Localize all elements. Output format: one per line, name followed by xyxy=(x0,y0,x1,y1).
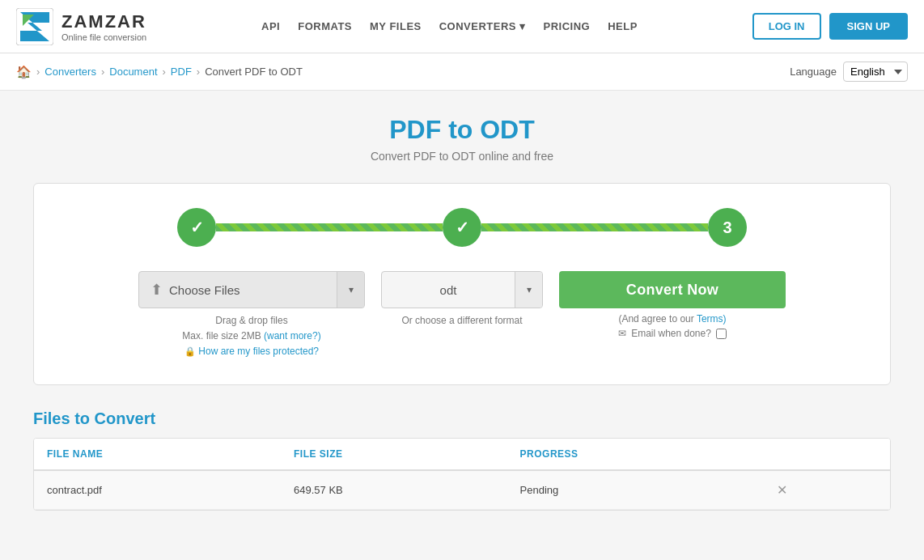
page-title: PDF to ODT xyxy=(33,115,891,145)
step-2-circle: ✓ xyxy=(443,208,481,247)
page-title-section: PDF to ODT Convert PDF to ODT online and… xyxy=(33,115,891,163)
format-group: odt ▾ Or choose a different format xyxy=(381,271,543,329)
main-nav: API FORMATS MY FILES CONVERTERS ▾ PRICIN… xyxy=(261,20,638,32)
step-1-check: ✓ xyxy=(190,218,204,237)
language-select[interactable]: English Español Français Deutsch xyxy=(843,62,908,82)
main-content: PDF to ODT Convert PDF to ODT online and… xyxy=(17,91,907,535)
breadcrumb: 🏠 › Converters › Document › PDF › Conver… xyxy=(16,65,303,79)
steps-bar: ✓ ✓ 3 xyxy=(66,208,858,247)
chevron-down-icon: ▾ xyxy=(349,284,354,295)
terms-text: (And agree to our Terms) xyxy=(618,313,726,325)
email-row: ✉ Email when done? xyxy=(618,328,727,339)
email-checkbox[interactable] xyxy=(716,329,727,339)
table-header-row: FILE NAME FILE SIZE PROGRESS xyxy=(34,439,890,470)
drag-drop-text: Drag & drop files xyxy=(215,315,287,326)
signup-button[interactable]: SIGN UP xyxy=(829,13,908,40)
nav-actions: LOG IN SIGN UP xyxy=(752,13,908,40)
col-progress: PROGRESS xyxy=(507,439,761,470)
files-section: Files to Convert FILE NAME FILE SIZE PRO… xyxy=(33,409,891,511)
language-label: Language xyxy=(790,66,837,78)
col-filesize: FILE SIZE xyxy=(281,439,507,470)
breadcrumb-document[interactable]: Document xyxy=(109,66,157,78)
chevron-down-icon: ▾ xyxy=(527,284,532,295)
choose-files-group: ⬆ Choose Files ▾ Drag & drop files Max. … xyxy=(138,271,365,360)
step-3-circle: 3 xyxy=(708,208,747,247)
col-filename: FILE NAME xyxy=(34,439,281,470)
nav-formats[interactable]: FORMATS xyxy=(298,20,352,32)
terms-prefix: (And agree to our xyxy=(618,313,693,325)
nav-my-files[interactable]: MY FILES xyxy=(370,20,422,32)
max-size-text: Max. file size 2MB xyxy=(182,330,261,342)
home-icon[interactable]: 🏠 xyxy=(16,65,32,79)
file-progress: Pending xyxy=(507,470,761,510)
files-title-highlight: Convert xyxy=(95,409,156,427)
step-line-1 xyxy=(216,223,443,231)
nav-pricing[interactable]: PRICING xyxy=(544,20,591,32)
breadcrumb-current: Convert PDF to ODT xyxy=(205,66,303,78)
header: ZAMZAR Online file conversion API FORMAT… xyxy=(0,0,924,53)
file-size: 649.57 KB xyxy=(281,470,507,510)
login-button[interactable]: LOG IN xyxy=(752,13,821,40)
convert-group: Convert Now (And agree to our Terms) ✉ E… xyxy=(559,271,786,339)
file-remove-button[interactable]: ✕ xyxy=(774,482,790,498)
logo[interactable]: ZAMZAR Online file conversion xyxy=(16,8,146,45)
breadcrumb-pdf[interactable]: PDF xyxy=(171,66,192,78)
zamzar-logo-icon xyxy=(16,8,53,45)
breadcrumb-converters[interactable]: Converters xyxy=(45,66,96,78)
format-helper: Or choose a different format xyxy=(401,313,522,329)
files-table-wrap: FILE NAME FILE SIZE PROGRESS contract.pd… xyxy=(33,438,891,511)
terms-link[interactable]: Terms) xyxy=(697,313,727,325)
site-name: ZAMZAR xyxy=(61,11,146,32)
email-icon: ✉ xyxy=(618,328,626,339)
nav-help[interactable]: HELP xyxy=(608,20,638,32)
choose-files-helper: Drag & drop files Max. file size 2MB (wa… xyxy=(182,313,320,360)
converter-box: ✓ ✓ 3 ⬆ Choose Files ▾ xyxy=(33,183,891,385)
files-section-title: Files to Convert xyxy=(33,409,891,428)
converter-controls: ⬆ Choose Files ▾ Drag & drop files Max. … xyxy=(66,271,858,360)
choose-files-button[interactable]: ⬆ Choose Files ▾ xyxy=(138,271,365,308)
step-3-number: 3 xyxy=(723,218,731,237)
email-label: Email when done? xyxy=(631,328,711,339)
logo-text: ZAMZAR Online file conversion xyxy=(61,11,146,42)
breadcrumb-bar: 🏠 › Converters › Document › PDF › Conver… xyxy=(0,53,924,91)
table-row: contract.pdf 649.57 KB Pending ✕ xyxy=(34,470,890,510)
want-more-link[interactable]: (want more?) xyxy=(264,330,321,342)
lock-icon: 🔒 xyxy=(184,346,196,356)
step-1-circle: ✓ xyxy=(177,208,216,247)
file-protection-link[interactable]: How are my files protected? xyxy=(198,346,319,357)
choose-files-dropdown[interactable]: ▾ xyxy=(337,272,364,308)
nav-api[interactable]: API xyxy=(261,20,280,32)
convert-now-button[interactable]: Convert Now xyxy=(559,271,786,308)
format-select[interactable]: odt ▾ xyxy=(381,271,543,308)
files-title-plain: Files to xyxy=(33,409,95,427)
format-hint-text: Or choose a different format xyxy=(401,315,522,326)
chevron-down-icon: ▾ xyxy=(519,20,526,32)
format-dropdown[interactable]: ▾ xyxy=(515,272,542,308)
nav-converters[interactable]: CONVERTERS ▾ xyxy=(439,20,526,32)
format-value: odt xyxy=(382,283,515,297)
step-line-2 xyxy=(481,223,708,231)
file-name: contract.pdf xyxy=(34,470,281,510)
files-table: FILE NAME FILE SIZE PROGRESS contract.pd… xyxy=(34,439,890,510)
language-area: Language English Español Français Deutsc… xyxy=(790,62,908,82)
page-subtitle: Convert PDF to ODT online and free xyxy=(33,150,891,163)
file-remove-cell: ✕ xyxy=(761,470,890,510)
choose-files-main: ⬆ Choose Files xyxy=(139,281,337,299)
site-tagline: Online file conversion xyxy=(61,32,146,42)
choose-files-label: Choose Files xyxy=(169,283,240,297)
upload-icon: ⬆ xyxy=(150,281,163,299)
step-2-check: ✓ xyxy=(456,218,469,237)
col-actions xyxy=(761,439,890,470)
